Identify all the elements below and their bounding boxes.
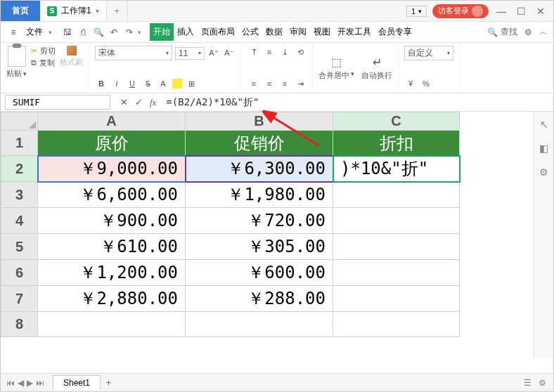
paste-button[interactable]: 粘贴 xyxy=(6,68,22,79)
font-color-button[interactable]: A xyxy=(157,77,169,90)
settings-icon[interactable]: ⚙ xyxy=(524,27,532,37)
decrease-font-icon[interactable]: A⁻ xyxy=(223,47,236,60)
sheet-first-icon[interactable]: ⏮ xyxy=(6,378,15,388)
row-header-5[interactable]: 5 xyxy=(1,234,38,260)
paste-icon[interactable] xyxy=(8,46,26,67)
sheet-list-icon[interactable]: ☰ xyxy=(524,378,532,388)
tab-page-layout[interactable]: 页面布局 xyxy=(198,23,238,41)
increase-font-icon[interactable]: A⁺ xyxy=(207,47,220,60)
sheet-next-icon[interactable]: ▶ xyxy=(27,378,33,388)
bold-button[interactable]: B xyxy=(95,77,108,90)
tab-formula[interactable]: 公式 xyxy=(238,23,262,41)
tab-home[interactable]: 首页 xyxy=(1,1,40,21)
save-icon[interactable]: 🖫 xyxy=(60,25,75,39)
cell-b5[interactable]: ￥305.00 xyxy=(186,234,333,260)
more-dropdown-icon[interactable]: ▾ xyxy=(138,29,141,36)
percent-icon[interactable]: % xyxy=(420,77,432,90)
collapse-ribbon-icon[interactable]: ︿ xyxy=(539,26,548,38)
tab-workbook[interactable]: S 工作簿1 ▾ xyxy=(40,1,107,21)
tab-insert[interactable]: 插入 xyxy=(174,23,198,41)
cell-b2[interactable]: ￥6,300.00 xyxy=(186,156,333,182)
align-bottom-icon[interactable]: ⤓ xyxy=(278,46,291,58)
select-tool-icon[interactable]: ↖ xyxy=(540,119,548,130)
undo-icon[interactable]: ↶ xyxy=(107,25,121,39)
cell-a4[interactable]: ￥900.00 xyxy=(38,208,186,234)
cancel-formula-icon[interactable]: ✕ xyxy=(120,97,128,108)
cell-c4[interactable] xyxy=(333,208,460,234)
number-format-combo[interactable]: 自定义▾ xyxy=(404,46,453,60)
underline-button[interactable]: U xyxy=(126,77,138,90)
accept-formula-icon[interactable]: ✓ xyxy=(135,97,143,108)
italic-button[interactable]: I xyxy=(110,77,123,90)
formula-input[interactable]: =(B2/A2)*10&"折" xyxy=(162,95,553,110)
cell-a8[interactable] xyxy=(38,312,186,337)
chevron-down-icon[interactable]: ▾ xyxy=(23,70,27,77)
maximize-button[interactable]: ☐ xyxy=(514,4,528,18)
wrap-icon[interactable]: ↵ xyxy=(373,55,382,69)
copy-button[interactable]: ⧉ 复制 xyxy=(31,58,56,68)
print-icon[interactable]: ⎙ xyxy=(76,25,90,39)
sidebar-tool-icon[interactable]: ◧ xyxy=(539,143,548,154)
redo-icon[interactable]: ↷ xyxy=(122,25,136,39)
guest-login-button[interactable]: 访客登录 xyxy=(432,4,489,18)
cell-b7[interactable]: ￥288.00 xyxy=(186,286,333,312)
sheet-add-button[interactable]: + xyxy=(101,378,117,388)
sheet-prev-icon[interactable]: ◀ xyxy=(18,378,24,388)
menu-icon[interactable]: ≡ xyxy=(6,25,20,39)
tab-start[interactable]: 开始 xyxy=(150,23,174,41)
tab-dev-tools[interactable]: 开发工具 xyxy=(334,23,375,41)
sheet-tab-sheet1[interactable]: Sheet1 xyxy=(53,375,101,390)
wrap-button[interactable]: 自动换行 xyxy=(361,71,392,79)
tab-review[interactable]: 审阅 xyxy=(286,23,310,41)
cell-b4[interactable]: ￥720.00 xyxy=(186,208,333,234)
properties-tool-icon[interactable]: ⚙ xyxy=(539,166,548,178)
header-original-price[interactable]: 原价 xyxy=(38,131,186,156)
fx-icon[interactable]: fx xyxy=(150,97,156,108)
sheet-settings-icon[interactable]: ⚙ xyxy=(539,378,546,388)
cell-c8[interactable] xyxy=(333,312,460,337)
indent-icon[interactable]: ⇥ xyxy=(294,77,307,90)
cell-b8[interactable] xyxy=(186,312,333,337)
search-button[interactable]: 🔍 查找 xyxy=(487,26,517,38)
col-header-a[interactable]: A xyxy=(38,112,186,131)
align-middle-icon[interactable]: ≡ xyxy=(263,46,276,58)
font-name-combo[interactable]: 宋体▾ xyxy=(95,46,172,60)
fill-color-button[interactable] xyxy=(172,79,182,89)
strike-button[interactable]: S̶ xyxy=(141,77,154,90)
cell-a7[interactable]: ￥2,880.00 xyxy=(38,286,186,312)
name-box[interactable]: SUMIF xyxy=(5,95,110,110)
align-right-icon[interactable]: ≡ xyxy=(278,77,291,90)
cell-c2[interactable]: )*10&"折" xyxy=(333,156,460,182)
orientation-icon[interactable]: ⟲ xyxy=(294,46,307,58)
font-size-combo[interactable]: 11▾ xyxy=(175,47,205,60)
cell-c3[interactable] xyxy=(333,182,460,208)
sheet-last-icon[interactable]: ⏭ xyxy=(36,378,44,388)
page-indicator[interactable]: 1 ▾ xyxy=(406,6,427,17)
tab-member[interactable]: 会员专享 xyxy=(375,23,416,41)
tab-view[interactable]: 视图 xyxy=(310,23,334,41)
header-discount[interactable]: 折扣 xyxy=(333,131,460,156)
format-painter-button[interactable]: 格式刷 xyxy=(60,57,83,67)
preview-icon[interactable]: 🔍 xyxy=(91,25,105,39)
row-header-2[interactable]: 2 xyxy=(1,156,38,182)
dropdown-icon[interactable]: ▾ xyxy=(96,7,99,15)
minimize-button[interactable]: — xyxy=(494,4,508,18)
tab-add-button[interactable]: + xyxy=(107,1,128,21)
align-center-icon[interactable]: ≡ xyxy=(263,77,276,90)
row-header-7[interactable]: 7 xyxy=(1,286,38,312)
cut-button[interactable]: ✂ 剪切 xyxy=(31,46,56,56)
row-header-1[interactable]: 1 xyxy=(1,131,38,156)
row-header-8[interactable]: 8 xyxy=(1,312,38,337)
merge-icon[interactable]: ⬚ xyxy=(331,55,342,69)
row-header-3[interactable]: 3 xyxy=(1,182,38,208)
file-dropdown-icon[interactable]: ▾ xyxy=(49,29,52,36)
cell-a6[interactable]: ￥1,200.00 xyxy=(38,260,186,286)
cell-a2[interactable]: ￥9,000.00 xyxy=(38,156,186,182)
cell-c7[interactable] xyxy=(333,286,460,312)
currency-icon[interactable]: ¥ xyxy=(404,77,417,90)
cell-a3[interactable]: ￥6,600.00 xyxy=(38,182,186,208)
file-menu[interactable]: 文件 xyxy=(22,26,47,38)
select-all-corner[interactable] xyxy=(1,112,38,131)
close-button[interactable]: ✕ xyxy=(534,4,548,18)
cell-b6[interactable]: ￥600.00 xyxy=(186,260,333,286)
